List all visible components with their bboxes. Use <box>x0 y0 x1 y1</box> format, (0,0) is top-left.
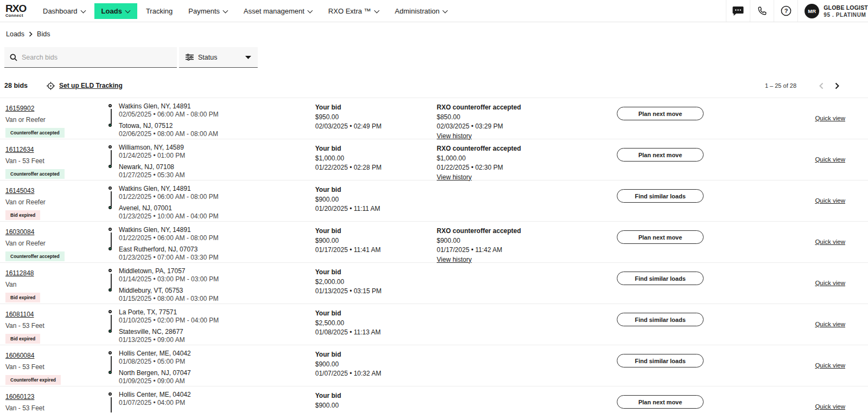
destination-place: Totowa, NJ, 07512 <box>119 122 315 130</box>
destination-stop: Middlebury, VT, 05753 01/15/2025 • 08:00… <box>119 287 315 303</box>
target-icon <box>47 82 55 90</box>
phone-button[interactable] <box>750 0 774 22</box>
destination-time: 01/15/2025 • 08:00 AM - 03:00 PM <box>119 295 315 303</box>
route-info: Hollis Center, ME, 04042 01/07/2025 • 04… <box>108 386 315 413</box>
chat-icon <box>732 6 744 16</box>
your-bid-info: Your bid $2,500.00 01/08/2025 • 11:13 AM <box>315 304 437 345</box>
nav-item-administration[interactable]: Administration <box>388 3 455 19</box>
bid-row: 16112634 Van - 53 Feet Counteroffer acce… <box>0 139 868 180</box>
origin-place: La Porte, TX, 77571 <box>119 308 315 317</box>
load-id-link[interactable]: 16159902 <box>5 105 34 112</box>
bid-row: 16112848 Van Bid expired Middletown, PA,… <box>0 262 868 304</box>
search-icon <box>10 54 17 61</box>
your-bid-amount: $2,000.00 <box>315 278 437 287</box>
your-bid-time: 01/08/2025 • 11:13 AM <box>315 328 437 338</box>
origin-marker-icon <box>108 269 112 272</box>
load-id-link[interactable]: 16145043 <box>5 187 34 195</box>
quick-view-link[interactable]: Quick view <box>815 362 845 369</box>
destination-time: 01/23/2025 • 07:00 AM - 03:30 PM <box>119 254 315 262</box>
rxo-logo[interactable]: RXO Connect <box>0 0 31 22</box>
nav-item-payments[interactable]: Payments <box>181 3 235 19</box>
bid-row: 16081104 Van - 53 Feet Bid expired La Po… <box>0 304 868 345</box>
route-line <box>111 274 112 289</box>
row-action-button[interactable]: Plan next move <box>617 148 704 162</box>
row-action-button[interactable]: Find similar loads <box>617 189 704 203</box>
counteroffer-info: RXO counteroffer accepted $900.00 01/17/… <box>437 222 617 262</box>
status-filter[interactable]: Status <box>179 47 258 68</box>
load-id-link[interactable]: 16112848 <box>5 269 34 277</box>
prev-page-button[interactable] <box>813 80 829 92</box>
load-id-link[interactable]: 16030084 <box>5 228 34 236</box>
route-info: Hollis Center, ME, 04042 01/08/2025 • 05… <box>108 345 315 386</box>
user-menu[interactable]: MR GLOBE LOGIST 95 . PLATINUM <box>797 0 868 22</box>
status-badge: Counteroffer expired <box>5 375 61 385</box>
load-info: 16112848 Van Bid expired <box>5 263 108 304</box>
destination-marker-icon <box>108 371 112 374</box>
quick-view-link[interactable]: Quick view <box>815 280 845 286</box>
breadcrumb-loads[interactable]: Loads <box>6 30 24 38</box>
load-id-link[interactable]: 16112634 <box>5 146 34 153</box>
counteroffer-info <box>437 263 617 304</box>
quick-view-column: Quick view <box>704 304 868 345</box>
row-action-button[interactable]: Find similar loads <box>617 272 704 285</box>
quick-view-link[interactable]: Quick view <box>815 197 845 204</box>
nav-item-rxo-extra[interactable]: RXO Extra ™ <box>321 3 386 19</box>
destination-stop: North Bergen, NJ, 07047 01/09/2025 • 09:… <box>119 369 315 385</box>
counteroffer-amount: $1,000.00 <box>437 154 617 164</box>
nav-item-loads[interactable]: Loads <box>94 3 137 19</box>
nav-item-tracking[interactable]: Tracking <box>139 3 180 19</box>
nav-item-dashboard[interactable]: Dashboard <box>36 3 93 19</box>
quick-view-link[interactable]: Quick view <box>815 403 845 410</box>
row-action-button[interactable]: Find similar loads <box>617 313 704 326</box>
top-actions: ? MR GLOBE LOGIST 95 . PLATINUM <box>726 0 868 22</box>
load-id-link[interactable]: 16081104 <box>5 311 34 318</box>
status-filter-label: Status <box>198 54 217 61</box>
counteroffer-info <box>437 304 617 345</box>
equipment-type: Van - 53 Feet <box>5 404 108 412</box>
load-info: 16060123 Van - 53 Feet <box>5 386 108 413</box>
destination-time: 01/13/2025 • 09:00 AM <box>119 336 315 344</box>
user-info: GLOBE LOGIST 95 . PLATINUM <box>824 4 868 18</box>
destination-place: Middlebury, VT, 05753 <box>119 287 315 295</box>
bid-row: 16145043 Van or Reefer Bid expired Watki… <box>0 180 868 221</box>
next-page-button[interactable] <box>829 80 845 92</box>
origin-time: 01/07/2025 • 04:00 PM <box>119 399 315 407</box>
row-action-button[interactable]: Find similar loads <box>617 354 704 367</box>
destination-marker-icon <box>108 165 112 168</box>
search-input[interactable] <box>22 54 171 61</box>
quick-view-link[interactable]: Quick view <box>815 115 845 121</box>
quick-view-link[interactable]: Quick view <box>815 238 845 245</box>
help-button[interactable]: ? <box>774 0 797 22</box>
row-action-button[interactable]: Plan next move <box>617 230 704 244</box>
your-bid-amount: $1,000.00 <box>315 154 437 164</box>
quick-view-link[interactable]: Quick view <box>815 321 845 327</box>
quick-view-link[interactable]: Quick view <box>815 156 845 163</box>
row-action-button[interactable]: Plan next move <box>617 395 704 409</box>
origin-time: 01/08/2025 • 05:00 PM <box>119 358 315 366</box>
nav-item-asset-management[interactable]: Asset management <box>237 3 320 19</box>
destination-stop: Avenel, NJ, 07001 01/23/2025 • 10:00 AM … <box>119 204 315 221</box>
eld-tracking-link[interactable]: Set up ELD Tracking <box>47 82 123 90</box>
your-bid-time: 01/17/2025 • 11:41 AM <box>315 246 437 255</box>
your-bid-label: Your bid <box>315 309 437 319</box>
action-column: Find similar loads <box>617 345 704 386</box>
action-column: Plan next move <box>617 139 704 180</box>
origin-marker-icon <box>108 104 112 107</box>
load-info: 16081104 Van - 53 Feet Bid expired <box>5 304 108 345</box>
destination-place: Statesville, NC, 28677 <box>119 328 315 336</box>
row-action-button[interactable]: Plan next move <box>617 107 704 120</box>
origin-stop: Middletown, PA, 17057 01/14/2025 • 03:00… <box>119 267 315 283</box>
chat-button[interactable] <box>726 0 750 22</box>
quick-view-column: Quick view <box>704 263 868 304</box>
load-id-link[interactable]: 16060084 <box>5 352 34 359</box>
destination-stop: Statesville, NC, 28677 01/13/2025 • 09:0… <box>119 328 315 344</box>
destination-stop: Newark, NJ, 07108 01/27/2025 • 05:30 AM <box>119 163 315 179</box>
destination-stop: Totowa, NJ, 07512 02/06/2025 • 08:00 AM … <box>119 122 315 138</box>
main-nav: Dashboard Loads Tracking Payments Asset … <box>36 0 726 22</box>
equipment-type: Van or Reefer <box>5 198 108 206</box>
load-id-link[interactable]: 16060123 <box>5 393 34 401</box>
counteroffer-time: 02/03/2025 • 03:29 PM <box>437 122 617 132</box>
action-column: Find similar loads <box>617 263 704 304</box>
quick-view-column: Quick view <box>704 386 868 413</box>
load-info: 16112634 Van - 53 Feet Counteroffer acce… <box>5 139 108 180</box>
